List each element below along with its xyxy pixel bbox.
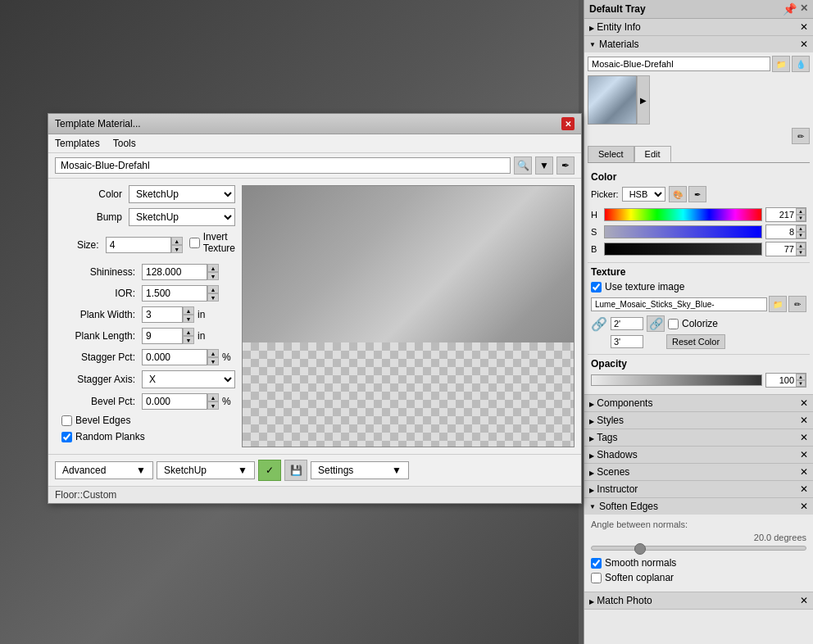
texture-folder-button[interactable]: 📁 [769, 296, 787, 312]
random-planks-checkbox[interactable] [61, 432, 72, 442]
size-input[interactable] [106, 237, 171, 253]
h-down-button[interactable]: ▼ [796, 215, 806, 221]
edit-material-button[interactable]: ✏ [792, 128, 810, 144]
texture-height-input[interactable] [611, 335, 643, 348]
b-up-button[interactable]: ▲ [796, 243, 806, 249]
soften-edges-header[interactable]: ▼ Soften Edges ✕ [584, 498, 813, 515]
size-up-button[interactable]: ▲ [171, 237, 183, 245]
entity-info-section[interactable]: ▶ Entity Info ✕ [584, 19, 813, 36]
components-close-icon[interactable]: ✕ [800, 397, 808, 409]
reset-color-button[interactable]: Reset Color [666, 334, 725, 349]
pin-icon[interactable]: 📌 [783, 2, 797, 16]
material-name-input[interactable] [588, 57, 770, 71]
stagger-pct-down-button[interactable]: ▼ [207, 357, 219, 365]
materials-section-header[interactable]: ▼ Materials ✕ [584, 36, 813, 52]
s-value-input[interactable] [766, 226, 796, 238]
colorize-checkbox[interactable] [668, 319, 679, 329]
b-value-input[interactable] [766, 243, 796, 255]
h-value-input[interactable] [766, 209, 796, 220]
scenes-section[interactable]: ▶ Scenes ✕ [584, 464, 813, 481]
opacity-value-input[interactable] [766, 374, 796, 386]
angle-slider[interactable] [591, 546, 806, 551]
styles-section[interactable]: ▶ Styles ✕ [584, 412, 813, 429]
use-texture-checkbox[interactable] [591, 282, 602, 293]
tab-select[interactable]: Select [588, 146, 634, 162]
plank-width-input[interactable] [142, 306, 183, 323]
color-cube-icon[interactable]: 🎨 [669, 186, 687, 202]
scenes-close-icon[interactable]: ✕ [800, 466, 808, 478]
stagger-pct-input[interactable] [142, 349, 207, 365]
texture-link-button[interactable]: 🔗 [647, 315, 665, 332]
shininess-up-button[interactable]: ▲ [207, 264, 219, 272]
stagger-axis-select[interactable]: X Y [142, 370, 235, 388]
color-eyedropper-icon[interactable]: ✒ [688, 186, 706, 202]
shadows-section[interactable]: ▶ Shadows ✕ [584, 447, 813, 464]
angle-slider-thumb[interactable] [634, 543, 646, 555]
texture-file-input[interactable] [591, 297, 767, 311]
eyedropper-button[interactable]: ✒ [556, 156, 575, 175]
match-photo-section[interactable]: ▶ Match Photo ✕ [584, 592, 813, 610]
plank-width-down-button[interactable]: ▼ [183, 315, 194, 323]
picker-select[interactable]: HSB [622, 187, 665, 202]
components-section[interactable]: ▶ Components ✕ [584, 395, 813, 412]
save-button[interactable]: 💾 [284, 460, 307, 481]
dropdown-button[interactable]: ▼ [535, 156, 553, 175]
tab-edit[interactable]: Edit [634, 146, 671, 162]
material-search-input[interactable] [55, 157, 511, 174]
tags-close-icon[interactable]: ✕ [800, 432, 808, 443]
styles-close-icon[interactable]: ✕ [800, 415, 808, 426]
bevel-edges-checkbox[interactable] [61, 415, 72, 426]
apply-button[interactable]: ✓ [258, 460, 281, 481]
ior-down-button[interactable]: ▼ [207, 293, 219, 302]
tags-section[interactable]: ▶ Tags ✕ [584, 429, 813, 447]
invert-texture-checkbox[interactable] [189, 238, 200, 248]
s-slider[interactable] [604, 225, 762, 238]
tray-close-icon[interactable]: ✕ [800, 2, 808, 16]
bevel-pct-up-button[interactable]: ▲ [207, 393, 219, 401]
material-create-button[interactable]: 📁 [772, 56, 790, 72]
size-down-button[interactable]: ▼ [171, 245, 183, 253]
plank-length-down-button[interactable]: ▼ [183, 336, 194, 344]
shininess-input[interactable] [142, 264, 207, 280]
instructor-close-icon[interactable]: ✕ [800, 483, 808, 495]
sketchup-dropdown[interactable]: SketchUp ▼ [157, 461, 255, 479]
texture-edit-button[interactable]: ✏ [788, 296, 806, 312]
bevel-pct-down-button[interactable]: ▼ [207, 401, 219, 410]
shininess-down-button[interactable]: ▼ [207, 272, 219, 280]
bump-select[interactable]: SketchUp [129, 208, 235, 226]
smooth-normals-checkbox[interactable] [591, 558, 602, 569]
material-sample-button[interactable]: 💧 [792, 56, 810, 72]
entity-info-close-icon[interactable]: ✕ [800, 21, 808, 33]
ior-up-button[interactable]: ▲ [207, 285, 219, 293]
opacity-up-button[interactable]: ▲ [796, 374, 806, 380]
material-nav-arrow[interactable]: ▶ [637, 75, 650, 125]
settings-dropdown[interactable]: Settings ▼ [311, 461, 409, 479]
match-photo-close-icon[interactable]: ✕ [800, 595, 808, 606]
texture-width-input[interactable] [611, 317, 643, 330]
shadows-close-icon[interactable]: ✕ [800, 449, 808, 460]
b-slider[interactable] [604, 243, 762, 256]
opacity-down-button[interactable]: ▼ [796, 380, 806, 387]
h-slider[interactable] [604, 208, 762, 221]
instructor-section[interactable]: ▶ Instructor ✕ [584, 481, 813, 498]
dialog-close-button[interactable]: ✕ [561, 117, 575, 130]
opacity-slider[interactable] [591, 374, 762, 386]
plank-length-input[interactable] [142, 328, 183, 344]
s-down-button[interactable]: ▼ [796, 232, 806, 238]
b-down-button[interactable]: ▼ [796, 249, 806, 256]
materials-close-icon[interactable]: ✕ [800, 39, 808, 50]
plank-width-up-button[interactable]: ▲ [183, 306, 194, 315]
search-button[interactable]: 🔍 [514, 156, 532, 175]
menu-tools[interactable]: Tools [113, 136, 136, 151]
advanced-dropdown[interactable]: Advanced ▼ [55, 461, 153, 479]
soften-edges-close-icon[interactable]: ✕ [800, 501, 808, 512]
plank-length-up-button[interactable]: ▲ [183, 328, 194, 336]
stagger-pct-up-button[interactable]: ▲ [207, 349, 219, 357]
menu-templates[interactable]: Templates [55, 136, 100, 151]
color-select[interactable]: SketchUp [129, 185, 235, 203]
bevel-pct-input[interactable] [142, 393, 207, 410]
s-up-button[interactable]: ▲ [796, 225, 806, 232]
h-up-button[interactable]: ▲ [796, 208, 806, 215]
soften-coplanar-checkbox[interactable] [591, 573, 602, 583]
ior-input[interactable] [142, 285, 207, 302]
